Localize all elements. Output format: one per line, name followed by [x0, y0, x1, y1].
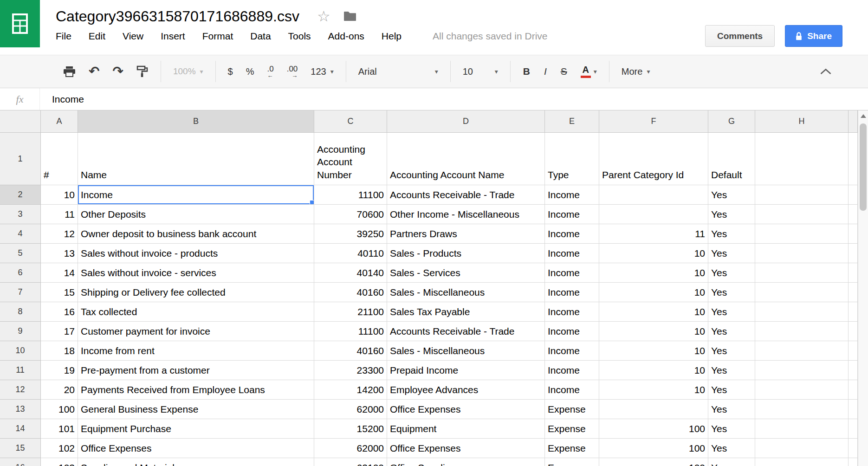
cell-B13[interactable]: General Business Expense [78, 400, 314, 419]
cell-F7[interactable]: 10 [599, 283, 708, 302]
increase-decimal-button[interactable]: .00 → [287, 65, 298, 78]
cell-G3[interactable]: Yes [708, 205, 755, 224]
cell-F1[interactable]: Parent Category Id [599, 133, 708, 185]
cell-E14[interactable]: Expense [545, 419, 599, 439]
row-header-14[interactable]: 14 [0, 419, 41, 439]
cell-F5[interactable]: 10 [599, 244, 708, 263]
cell-F9[interactable]: 10 [599, 322, 708, 341]
cell-E16[interactable]: Expense [545, 458, 599, 466]
cell-B2[interactable]: Income [78, 185, 314, 205]
share-button[interactable]: Share [785, 25, 842, 47]
row-header-3[interactable]: 3 [0, 205, 41, 224]
cell-D4[interactable]: Partners Draws [387, 224, 545, 244]
font-family-select[interactable]: Arial ▾ [358, 66, 438, 77]
cell-G5[interactable]: Yes [708, 244, 755, 263]
cell-F14[interactable]: 100 [599, 419, 708, 439]
row-header-13[interactable]: 13 [0, 400, 41, 419]
cell-E7[interactable]: Income [545, 283, 599, 302]
cell-B8[interactable]: Tax collected [78, 302, 314, 322]
cell-H7[interactable] [755, 283, 849, 302]
cell-B12[interactable]: Payments Received from Employee Loans [78, 380, 314, 400]
cell-D8[interactable]: Sales Tax Payable [387, 302, 545, 322]
strikethrough-button[interactable]: S [561, 66, 567, 77]
cell-A14[interactable]: 101 [41, 419, 78, 439]
document-title[interactable]: Category3966315870171686889.csv [56, 8, 299, 25]
font-size-select[interactable]: 10 ▾ [463, 66, 498, 77]
menu-addons[interactable]: Add-ons [328, 31, 364, 42]
bold-button[interactable]: B [523, 66, 530, 77]
cell-G1[interactable]: Default [708, 133, 755, 185]
cell-F13[interactable] [599, 400, 708, 419]
cell-A6[interactable]: 14 [41, 263, 78, 283]
cell-D1[interactable]: Accounting Account Name [387, 133, 545, 185]
cell-E5[interactable]: Income [545, 244, 599, 263]
row-header-6[interactable]: 6 [0, 263, 41, 283]
cell-A11[interactable]: 19 [41, 361, 78, 380]
column-header-H[interactable]: H [755, 110, 849, 133]
menu-help[interactable]: Help [382, 31, 402, 42]
sheets-logo[interactable] [0, 0, 40, 47]
cell-E6[interactable]: Income [545, 263, 599, 283]
number-format-select[interactable]: 123 ▾ [311, 66, 333, 77]
folder-icon[interactable] [343, 11, 356, 21]
column-header-C[interactable]: C [314, 110, 387, 133]
cell-H10[interactable] [755, 341, 849, 361]
cell-H2[interactable] [755, 185, 849, 205]
cell-B9[interactable]: Customer payment for invoice [78, 322, 314, 341]
cell-A15[interactable]: 102 [41, 439, 78, 458]
decrease-decimal-button[interactable]: .0 ← [267, 65, 274, 78]
cell-B4[interactable]: Owner deposit to business bank account [78, 224, 314, 244]
cell-D11[interactable]: Prepaid Income [387, 361, 545, 380]
percent-format-button[interactable]: % [246, 66, 254, 77]
cell-D13[interactable]: Office Expenses [387, 400, 545, 419]
cell-G8[interactable]: Yes [708, 302, 755, 322]
row-header-9[interactable]: 9 [0, 322, 41, 341]
menu-view[interactable]: View [123, 31, 143, 42]
collapse-toolbar-button[interactable] [820, 68, 832, 75]
cell-G9[interactable]: Yes [708, 322, 755, 341]
row-header-16[interactable]: 16 [0, 458, 41, 466]
cell-F10[interactable]: 10 [599, 341, 708, 361]
cell-H11[interactable] [755, 361, 849, 380]
cell-D9[interactable]: Accounts Receivable - Trade [387, 322, 545, 341]
cell-G12[interactable]: Yes [708, 380, 755, 400]
cell-B11[interactable]: Pre-payment from a customer [78, 361, 314, 380]
print-button[interactable] [63, 66, 76, 78]
cell-H4[interactable] [755, 224, 849, 244]
cell-C14[interactable]: 15200 [314, 419, 387, 439]
undo-button[interactable]: ↶ [89, 65, 99, 78]
cell-D7[interactable]: Sales - Miscellaneous [387, 283, 545, 302]
cell-E2[interactable]: Income [545, 185, 599, 205]
menu-data[interactable]: Data [250, 31, 271, 42]
column-header-D[interactable]: D [387, 110, 545, 133]
cell-H12[interactable] [755, 380, 849, 400]
column-header-G[interactable]: G [708, 110, 755, 133]
cell-A3[interactable]: 11 [41, 205, 78, 224]
cell-A10[interactable]: 18 [41, 341, 78, 361]
cell-A5[interactable]: 13 [41, 244, 78, 263]
cell-D14[interactable]: Equipment [387, 419, 545, 439]
row-header-10[interactable]: 10 [0, 341, 41, 361]
cell-A2[interactable]: 10 [41, 185, 78, 205]
cell-A7[interactable]: 15 [41, 283, 78, 302]
cell-C7[interactable]: 40160 [314, 283, 387, 302]
cell-F2[interactable] [599, 185, 708, 205]
cell-G16[interactable]: Yes [708, 458, 755, 466]
cell-B14[interactable]: Equipment Purchase [78, 419, 314, 439]
cell-H8[interactable] [755, 302, 849, 322]
cell-D12[interactable]: Employee Advances [387, 380, 545, 400]
cell-F15[interactable]: 100 [599, 439, 708, 458]
cell-G4[interactable]: Yes [708, 224, 755, 244]
cell-A8[interactable]: 16 [41, 302, 78, 322]
cell-H6[interactable] [755, 263, 849, 283]
cell-C3[interactable]: 70600 [314, 205, 387, 224]
row-header-4[interactable]: 4 [0, 224, 41, 244]
cell-C6[interactable]: 40140 [314, 263, 387, 283]
text-color-button[interactable]: A ▾ [581, 65, 597, 78]
cell-F16[interactable]: 100 [599, 458, 708, 466]
cell-G2[interactable]: Yes [708, 185, 755, 205]
cell-E9[interactable]: Income [545, 322, 599, 341]
cell-H15[interactable] [755, 439, 849, 458]
cell-C16[interactable]: 62100 [314, 458, 387, 466]
cell-C15[interactable]: 62000 [314, 439, 387, 458]
